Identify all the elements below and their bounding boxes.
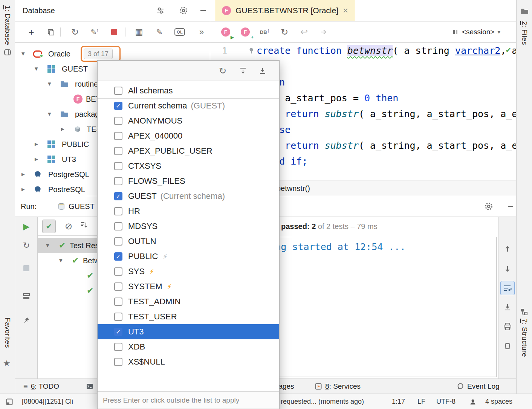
show-passed-toggle[interactable]: ✔ <box>42 220 56 233</box>
encoding[interactable]: UTF-8 <box>436 394 456 409</box>
duplicate-icon[interactable] <box>44 26 57 38</box>
checkbox[interactable] <box>114 117 122 125</box>
schema-option-ut3[interactable]: UT3 <box>98 324 279 339</box>
data-table-icon[interactable]: ▦ <box>133 26 145 38</box>
schema-option-current-schema[interactable]: Current schema (GUEST) <box>98 98 279 113</box>
close-icon[interactable]: × <box>343 6 348 15</box>
stop-icon[interactable] <box>108 26 121 38</box>
collapse-all-icon[interactable] <box>257 66 268 76</box>
edit-source-icon[interactable]: ✎ <box>153 26 166 38</box>
checkbox[interactable] <box>114 177 122 185</box>
checkbox-checked[interactable] <box>114 102 122 110</box>
new-function-icon[interactable]: F+ <box>239 26 252 38</box>
expand-all-icon[interactable] <box>238 66 248 76</box>
layout-icon[interactable] <box>15 289 38 303</box>
schema-option-xdb[interactable]: XDB <box>98 339 279 354</box>
indent-setting[interactable]: 4 spaces <box>485 394 512 409</box>
tool-window-button-event-log[interactable]: Event Log <box>457 379 500 394</box>
chevron-down-icon[interactable] <box>35 61 38 76</box>
navigate-icon[interactable] <box>317 26 330 38</box>
schema-option-apex-public-user[interactable]: APEX_PUBLIC_USER <box>98 143 279 159</box>
run-tab-betwnstr[interactable]: betwnstr() <box>277 180 310 196</box>
checkbox[interactable] <box>114 343 122 351</box>
checkbox[interactable] <box>114 237 122 246</box>
submit-changes-icon[interactable]: ✎↑ <box>88 26 101 38</box>
scroll-down-icon[interactable] <box>500 262 515 276</box>
chevron-right-icon[interactable] <box>21 182 25 197</box>
tool-window-button-services[interactable]: 8: Services <box>315 379 361 394</box>
soft-wrap-icon[interactable] <box>500 281 515 295</box>
schema-option-ctxsys[interactable]: CTXSYS <box>98 159 279 174</box>
undo-icon[interactable]: ↩ <box>298 26 310 38</box>
rerun-failed-icon[interactable]: ↻ <box>15 239 38 252</box>
schema-option-hr[interactable]: HR <box>98 204 279 219</box>
schema-option-anonymous[interactable]: ANONYMOUS <box>98 113 279 128</box>
schema-option-test-user[interactable]: TEST_USER <box>98 309 279 324</box>
print-icon[interactable] <box>500 319 515 334</box>
chevron-down-icon[interactable] <box>48 107 51 122</box>
schema-count-badge[interactable]: 3 of 17 <box>84 49 113 59</box>
scroll-to-end-icon[interactable] <box>500 300 515 314</box>
sort-icon[interactable] <box>80 221 88 229</box>
tool-window-button-files[interactable]: 2: Files <box>520 21 529 47</box>
refresh-icon[interactable]: ↻ <box>69 26 81 38</box>
caret-position[interactable]: 1:17 <box>392 394 405 409</box>
schema-option-all-schemas[interactable]: All schemas <box>98 83 279 98</box>
checkbox[interactable] <box>114 222 122 230</box>
hide-panel-icon[interactable] <box>504 200 517 212</box>
refresh-schemas-icon[interactable]: ↻ <box>217 66 228 76</box>
chevron-down-icon[interactable] <box>48 76 51 92</box>
schema-option-system[interactable]: SYSTEM <box>98 279 279 294</box>
gear-icon[interactable] <box>482 200 495 212</box>
tool-window-button-terminal[interactable] <box>86 379 93 394</box>
editor-tab-guest-betwnstr[interactable]: F GUEST.BETWNSTR [Oracle] × <box>215 0 355 21</box>
line-separator[interactable]: LF <box>417 394 425 409</box>
chevron-right-icon[interactable] <box>35 152 38 167</box>
checkbox[interactable] <box>114 358 122 366</box>
checkbox[interactable] <box>114 282 122 291</box>
rerun-icon[interactable]: ▶ <box>15 220 38 233</box>
tool-window-switcher-icon[interactable] <box>6 394 13 409</box>
inspection-ok-icon[interactable]: ✔ <box>506 45 511 54</box>
checkbox[interactable] <box>114 313 122 321</box>
hide-panel-icon[interactable] <box>197 5 209 17</box>
trash-icon[interactable] <box>500 339 515 353</box>
checkbox-checked[interactable] <box>114 252 122 261</box>
stop-icon[interactable] <box>15 261 38 275</box>
tool-window-button-todo[interactable]: ≡ 6: TODO <box>23 379 59 394</box>
checkbox[interactable] <box>114 87 122 95</box>
status-message-left[interactable]: [08004][1251] Cli <box>22 394 73 409</box>
run-function-icon[interactable]: F▶ <box>219 26 232 38</box>
gutter-marker-icon[interactable] <box>249 47 254 54</box>
chevron-right-icon[interactable] <box>61 122 64 137</box>
checkbox[interactable] <box>114 147 122 155</box>
checkbox[interactable] <box>114 267 122 276</box>
add-icon[interactable]: + <box>25 26 38 38</box>
chevron-down-icon[interactable] <box>21 46 25 61</box>
view-options-icon[interactable] <box>154 5 167 17</box>
chevron-right-icon[interactable] <box>35 137 38 152</box>
chevron-down-icon[interactable] <box>46 238 49 253</box>
hector-inspector-icon[interactable] <box>469 394 476 409</box>
chevron-right-icon[interactable] <box>21 167 25 182</box>
chevron-down-icon[interactable] <box>59 253 63 268</box>
tool-window-button-favorites[interactable]: Favorites <box>3 317 12 349</box>
submit-to-database-icon[interactable]: DB↑ <box>258 26 271 38</box>
schema-option-outln[interactable]: OUTLN <box>98 234 279 249</box>
query-console-icon[interactable]: QL <box>173 26 186 38</box>
schema-option-sys[interactable]: SYS <box>98 264 279 279</box>
checkbox[interactable] <box>114 162 122 170</box>
gear-icon[interactable] <box>177 5 190 17</box>
tool-window-button-structure[interactable]: 7: Structure <box>520 319 529 359</box>
checkbox-checked[interactable] <box>114 328 122 336</box>
schema-option-apex-040000[interactable]: APEX_040000 <box>98 128 279 143</box>
checkbox[interactable] <box>114 298 122 306</box>
schema-option-public[interactable]: PUBLIC <box>98 249 279 264</box>
tool-window-button-database[interactable]: 1: Database <box>3 5 12 47</box>
more-actions-icon[interactable]: » <box>195 26 208 38</box>
checkbox-checked[interactable] <box>114 192 122 200</box>
schema-option-test-admin[interactable]: TEST_ADMIN <box>98 294 279 309</box>
checkbox[interactable] <box>114 132 122 140</box>
schema-option-guest[interactable]: GUEST (Current schema) <box>98 189 279 204</box>
session-selector[interactable]: <session> ▾ <box>452 21 500 43</box>
